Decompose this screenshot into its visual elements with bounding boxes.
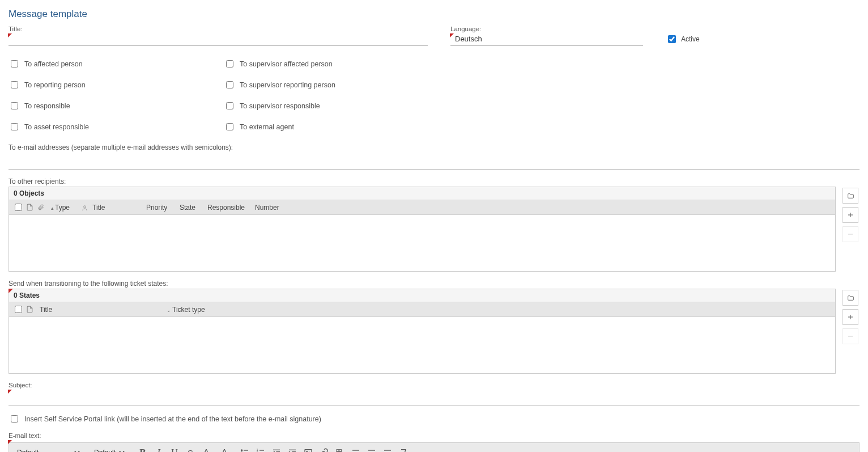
to-reporting-label: To reporting person bbox=[24, 81, 86, 89]
page-title: Message template bbox=[8, 9, 860, 20]
to-supervisor-responsible-label: To supervisor responsible bbox=[240, 102, 320, 110]
svg-rect-27 bbox=[305, 450, 312, 452]
language-label: Language: bbox=[450, 26, 643, 32]
insert-table-button[interactable] bbox=[333, 445, 347, 452]
email-addresses-input[interactable] bbox=[8, 154, 860, 170]
to-external-agent-checkbox[interactable] bbox=[226, 123, 233, 130]
underline-button[interactable]: U bbox=[167, 445, 182, 452]
col-state[interactable]: State bbox=[176, 204, 202, 212]
col-type[interactable]: Type bbox=[55, 204, 70, 212]
ordered-list-button[interactable]: 123 bbox=[253, 445, 268, 452]
to-responsible-label: To responsible bbox=[24, 102, 70, 110]
required-marker-icon bbox=[8, 33, 12, 37]
other-recipients-table: 0 Objects ▴Type Title Priority State Res… bbox=[8, 187, 836, 272]
font-family-select[interactable]: Default bbox=[14, 446, 82, 453]
other-recipients-label: To other recipients: bbox=[8, 178, 860, 185]
to-supervisor-affected-checkbox[interactable] bbox=[226, 60, 233, 67]
bold-button[interactable]: B bbox=[135, 445, 150, 452]
align-left-button[interactable] bbox=[348, 445, 363, 452]
title-label: Title: bbox=[8, 26, 428, 32]
svg-point-7 bbox=[241, 450, 242, 451]
col-ticket-type[interactable]: Ticket type bbox=[172, 306, 205, 314]
required-marker-icon bbox=[8, 390, 12, 394]
active-checkbox[interactable] bbox=[668, 35, 676, 43]
required-marker-icon bbox=[450, 33, 454, 37]
insert-image-button[interactable] bbox=[301, 445, 316, 452]
to-asset-responsible-checkbox[interactable] bbox=[11, 123, 18, 130]
subject-input[interactable] bbox=[8, 390, 860, 405]
highlight-color-button[interactable]: A bbox=[199, 445, 214, 452]
indent-button[interactable] bbox=[285, 445, 300, 452]
unordered-list-button[interactable] bbox=[237, 445, 252, 452]
select-all-recipients-checkbox[interactable] bbox=[15, 204, 22, 211]
person-icon bbox=[82, 205, 91, 211]
email-text-label: E-mail text: bbox=[8, 432, 860, 439]
col-state-title[interactable]: Title bbox=[36, 306, 161, 314]
sort-asc-icon[interactable]: ▴ bbox=[51, 205, 54, 211]
remove-state-button[interactable] bbox=[843, 328, 858, 344]
add-recipient-button[interactable] bbox=[843, 207, 858, 223]
document-icon bbox=[25, 306, 34, 313]
browse-states-button[interactable] bbox=[843, 290, 858, 306]
italic-button[interactable]: I bbox=[151, 445, 166, 452]
col-responsible[interactable]: Responsible bbox=[204, 204, 249, 212]
strikethrough-button[interactable]: S bbox=[183, 445, 198, 452]
other-recipients-count: 0 Objects bbox=[9, 187, 835, 200]
title-input[interactable] bbox=[8, 32, 428, 46]
to-reporting-checkbox[interactable] bbox=[11, 81, 18, 88]
col-number[interactable]: Number bbox=[252, 204, 286, 212]
insert-ssp-link-checkbox[interactable] bbox=[11, 415, 18, 423]
col-priority[interactable]: Priority bbox=[143, 204, 174, 212]
font-size-select[interactable]: Default bbox=[91, 446, 126, 453]
remove-recipient-button[interactable] bbox=[843, 226, 858, 242]
insert-link-button[interactable] bbox=[317, 445, 331, 452]
browse-recipients-button[interactable] bbox=[843, 188, 858, 204]
to-supervisor-reporting-label: To supervisor reporting person bbox=[240, 81, 335, 89]
active-label: Active bbox=[681, 35, 700, 43]
align-right-button[interactable] bbox=[380, 445, 395, 452]
states-label: Send when transitioning to the following… bbox=[8, 280, 860, 288]
editor-toolbar: Default Default B I U S A A 123 bbox=[8, 442, 860, 452]
email-addresses-label: To e-mail addresses (separate multiple e… bbox=[8, 143, 860, 151]
svg-rect-30 bbox=[339, 450, 342, 451]
to-external-agent-label: To external agent bbox=[240, 123, 294, 131]
required-marker-icon bbox=[8, 440, 12, 444]
to-affected-checkbox[interactable] bbox=[11, 60, 18, 67]
sort-icon[interactable]: ⌄ bbox=[167, 307, 171, 313]
svg-point-0 bbox=[84, 206, 86, 208]
attachment-icon bbox=[36, 204, 45, 211]
outdent-button[interactable] bbox=[269, 445, 284, 452]
col-title[interactable]: Title bbox=[92, 204, 105, 212]
language-select[interactable] bbox=[450, 32, 643, 46]
states-count: 0 States bbox=[9, 289, 835, 302]
subject-label: Subject: bbox=[8, 382, 860, 388]
to-responsible-checkbox[interactable] bbox=[11, 102, 18, 109]
states-table: 0 States Title ⌄Ticket type bbox=[8, 289, 836, 374]
to-supervisor-reporting-checkbox[interactable] bbox=[226, 81, 233, 88]
document-icon bbox=[25, 204, 34, 211]
to-supervisor-affected-label: To supervisor affected person bbox=[240, 60, 333, 68]
add-state-button[interactable] bbox=[843, 309, 858, 325]
to-affected-label: To affected person bbox=[24, 60, 83, 68]
svg-rect-29 bbox=[337, 450, 339, 451]
to-asset-responsible-label: To asset responsible bbox=[24, 123, 89, 131]
insert-ssp-link-label: Insert Self Service Portal link (will be… bbox=[24, 415, 321, 423]
clear-format-button[interactable] bbox=[396, 445, 411, 452]
select-all-states-checkbox[interactable] bbox=[15, 306, 22, 313]
to-supervisor-responsible-checkbox[interactable] bbox=[226, 102, 233, 109]
align-center-button[interactable] bbox=[364, 445, 379, 452]
font-color-button[interactable]: A bbox=[215, 445, 229, 452]
required-marker-icon bbox=[8, 289, 13, 293]
